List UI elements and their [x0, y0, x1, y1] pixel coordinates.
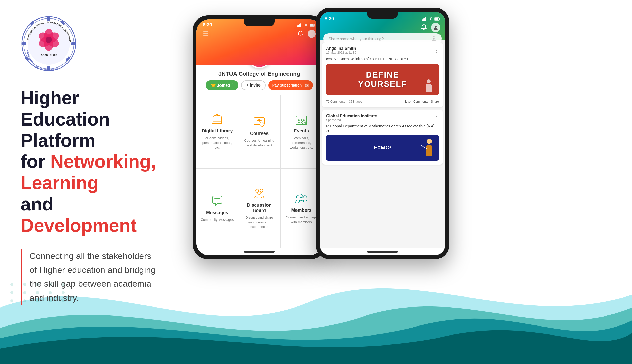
- sponsored-label: Sponsored: [326, 118, 377, 122]
- phone2-header-actions: [320, 22, 445, 33]
- user-avatar-nav[interactable]: [308, 30, 316, 38]
- wifi-icon: [304, 23, 308, 27]
- battery-icon: [310, 23, 316, 27]
- phone2-time: 8:30: [325, 14, 334, 22]
- svg-point-58: [298, 122, 300, 123]
- svg-point-66: [304, 196, 306, 198]
- post1-image: DEFINE YOURSELF: [326, 64, 439, 95]
- feature-card-digital-library[interactable]: Digital Library eBooks, videos, presenta…: [196, 95, 238, 168]
- svg-rect-36: [299, 24, 300, 27]
- profile-action-buttons: 🤝 Joined ˅ + Invite Pay Subscription Fee: [203, 80, 316, 90]
- phone2-feed: Angelina Smith 16-May-2022 at 11:39 ⋮ ce…: [320, 40, 445, 248]
- phone2-notch: [367, 12, 398, 19]
- subscribe-button[interactable]: Pay Subscription Fee: [268, 80, 313, 90]
- svg-point-28: [435, 26, 437, 28]
- svg-point-65: [300, 195, 303, 198]
- digital-library-title: Digital Library: [202, 128, 233, 134]
- svg-point-56: [301, 119, 302, 121]
- svg-rect-22: [423, 18, 424, 21]
- college-name: JNTUA College of Engineering: [203, 71, 316, 77]
- feature-card-courses[interactable]: Courses Courses for learning and develop…: [238, 95, 280, 168]
- camera-icon: [431, 36, 436, 41]
- svg-rect-4: [22, 42, 26, 45]
- svg-point-64: [296, 196, 299, 198]
- feature-card-discussion[interactable]: Discussion Board Discuss and share your …: [238, 169, 280, 248]
- discussion-board-title: Discussion Board: [242, 203, 276, 213]
- bell-icon-phone1[interactable]: [297, 31, 304, 37]
- phone1-notch: [244, 19, 275, 26]
- bell-icon-phone2: [420, 24, 427, 31]
- svg-rect-5: [71, 42, 76, 45]
- svg-rect-21: [422, 19, 423, 21]
- svg-point-31: [427, 79, 431, 83]
- sponsor-user: Global Education Institute: [326, 114, 377, 118]
- define-text: DEFINE: [366, 70, 399, 79]
- courses-icon: [253, 116, 266, 129]
- digital-library-icon: [210, 113, 224, 126]
- discussion-board-desc: Discuss and share your ideas and experie…: [242, 215, 276, 229]
- members-title: Members: [291, 208, 311, 213]
- svg-rect-2: [47, 17, 50, 21]
- svg-point-38: [305, 25, 307, 26]
- svg-rect-24: [425, 17, 426, 21]
- phone1-time: 8:30: [203, 22, 212, 28]
- phone2-search-bar[interactable]: Share some what your thinking?: [323, 33, 442, 44]
- svg-point-30: [433, 38, 435, 40]
- headline-line3-prefix: and: [21, 194, 53, 214]
- svg-rect-23: [424, 18, 425, 21]
- svg-rect-40: [310, 24, 313, 26]
- svg-point-55: [298, 119, 300, 121]
- svg-point-17: [46, 37, 52, 43]
- headline-line2-prefix: for: [21, 151, 50, 172]
- post1-header: Angelina Smith 16-May-2022 at 11:39 ⋮: [326, 46, 439, 54]
- post2-more-icon[interactable]: ⋮: [434, 115, 439, 121]
- teacher-icon: [418, 138, 434, 158]
- main-headline: Higher Education Platform for Networking…: [21, 87, 159, 236]
- comments-button[interactable]: Comments: [413, 100, 428, 103]
- messages-title: Messages: [206, 210, 228, 215]
- phone-2: 8:30: [316, 8, 449, 259]
- svg-point-63: [258, 191, 261, 194]
- post1-more-icon[interactable]: ⋮: [434, 47, 439, 53]
- hero-description: Connecting all the stakeholders of Highe…: [21, 249, 159, 305]
- left-panel: JAWAHARLAL NEHRU TECHNOLOGICAL UNIVERSIT…: [0, 0, 180, 364]
- messages-desc: Community Messages: [201, 217, 234, 222]
- post1-text: cept No One's Definition of Your LIFE; I…: [326, 56, 439, 62]
- svg-text:ANANTAPUR: ANANTAPUR: [41, 54, 57, 56]
- events-icon: [295, 113, 308, 126]
- svg-rect-37: [300, 23, 301, 27]
- post1-stats: 72 Comments 37Shares: [326, 100, 362, 103]
- svg-point-32: [427, 139, 432, 144]
- messages-icon: [210, 195, 224, 208]
- joined-button[interactable]: 🤝 Joined ˅: [206, 80, 238, 90]
- sponsor-image: E=MC²: [326, 135, 439, 161]
- feature-grid: Digital Library eBooks, videos, presenta…: [196, 95, 322, 248]
- hamburger-icon[interactable]: ☰: [203, 31, 209, 37]
- svg-rect-27: [435, 18, 438, 20]
- courses-desc: Courses for learning and development: [242, 138, 276, 148]
- feed-post-1: Angelina Smith 16-May-2022 at 11:39 ⋮ ce…: [322, 42, 443, 107]
- post1-actions: 72 Comments 37Shares Like Comments Share: [326, 98, 439, 103]
- svg-point-25: [430, 19, 431, 20]
- headline-line1: Higher Education Platform: [21, 88, 110, 151]
- courses-title: Courses: [250, 131, 269, 136]
- logo-area: JAWAHARLAL NEHRU TECHNOLOGICAL UNIVERSIT…: [21, 15, 159, 72]
- events-desc: Webinars, conferences, workshops, etc.: [284, 136, 318, 150]
- digital-library-desc: eBooks, videos, presentations, docs, etc…: [200, 136, 234, 150]
- yourself-text: YOURSELF: [358, 79, 407, 89]
- post1-comments-count: 72 Comments: [326, 100, 345, 103]
- members-desc: Connect and engage with members: [284, 215, 318, 224]
- silhouette-icon: [424, 78, 434, 94]
- feature-card-messages[interactable]: Messages Community Messages: [196, 169, 238, 248]
- discussion-board-icon: [253, 187, 266, 200]
- math-formula: E=MC²: [374, 144, 391, 151]
- like-button[interactable]: Like: [405, 100, 411, 103]
- svg-rect-34: [297, 25, 298, 27]
- university-logo: JAWAHARLAL NEHRU TECHNOLOGICAL UNIVERSIT…: [21, 15, 77, 72]
- avatar-phone2: [431, 23, 440, 32]
- headline-highlight2: Development: [21, 215, 137, 236]
- share-button[interactable]: Share: [431, 100, 439, 103]
- post1-user: Angelina Smith: [326, 46, 356, 51]
- events-title: Events: [294, 128, 309, 134]
- invite-button[interactable]: + Invite: [241, 80, 266, 90]
